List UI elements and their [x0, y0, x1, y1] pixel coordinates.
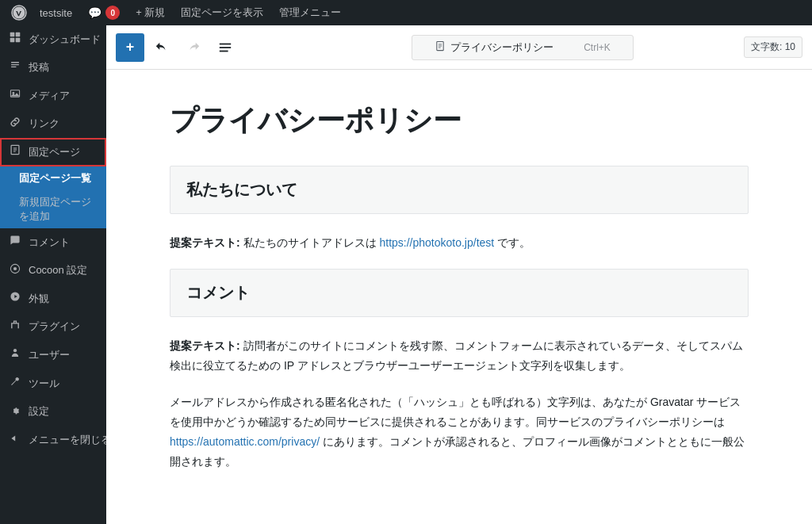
site-url-link[interactable]: https://photokoto.jp/test	[379, 236, 494, 249]
cocoon-icon	[10, 263, 22, 279]
svg-rect-4	[16, 38, 21, 43]
svg-rect-1	[10, 33, 15, 37]
sidebar-item-dashboard[interactable]: ダッシュボード	[0, 25, 106, 54]
paragraph-block-comments-2[interactable]: メールアドレスから作成される匿名化された（「ハッシュ」とも呼ばれる）文字列は、あ…	[170, 392, 749, 472]
svg-rect-15	[220, 47, 231, 48]
paragraph-about-text-1: 私たちのサイトアドレスは	[243, 236, 380, 249]
show-fixed-page[interactable]: 固定ページを表示	[173, 0, 271, 25]
paragraph-block-comments-1[interactable]: 提案テキスト: 訪問者がこのサイトにコメントを残す際、コメントフォームに表示され…	[170, 336, 749, 376]
fixed-pages-icon	[10, 144, 22, 160]
comment-count-item[interactable]: 💬 0	[80, 0, 128, 25]
paragraph-about-text-2: です。	[497, 236, 530, 249]
sidebar-label-fixed-pages: 固定ページ	[29, 145, 80, 159]
sidebar-label-settings: 設定	[29, 404, 49, 419]
users-icon	[10, 347, 22, 363]
sidebar: ダッシュボード 投稿 メディア リンク	[0, 25, 106, 524]
sidebar-label-appearance: 外観	[29, 292, 49, 306]
sidebar-item-tools[interactable]: ツール	[0, 369, 106, 398]
sidebar-item-collapse[interactable]: メニューを閉じる	[0, 426, 106, 454]
dashboard-icon	[10, 32, 22, 48]
sidebar-label-users: ユーザー	[29, 348, 70, 362]
add-block-button[interactable]: +	[116, 33, 144, 62]
toolbar-shortcut: Ctrl+K	[584, 42, 611, 53]
editor-area: + プライバシーポリシー Ctrl+K 文字数: 10	[106, 25, 812, 524]
paragraph-comments-text-1: 訪問者がこのサイトにコメントを残す際、コメントフォームに表示されているデータ、そ…	[170, 339, 743, 372]
sidebar-label-tools: ツール	[29, 377, 59, 391]
editor-toolbar: + プライバシーポリシー Ctrl+K 文字数: 10	[106, 25, 812, 70]
undo-button[interactable]	[147, 33, 176, 62]
sidebar-label-dashboard: ダッシュボード	[29, 33, 101, 47]
editor-content[interactable]: プライバシーポリシー 私たちについて 提案テキスト: 私たちのサイトアドレスは …	[106, 70, 812, 524]
sidebar-label-comments: コメント	[29, 235, 70, 250]
sidebar-item-plugins[interactable]: プラグイン	[0, 313, 106, 342]
document-overview-button[interactable]	[211, 33, 239, 62]
heading-block-comments[interactable]: コメント	[170, 269, 749, 317]
posts-icon	[10, 60, 22, 76]
page-document-icon	[435, 40, 446, 54]
proposal-text-label-1: 提案テキスト:	[170, 236, 240, 249]
sidebar-label-plugins: プラグイン	[29, 319, 80, 334]
wp-logo[interactable]	[6, 0, 32, 25]
admin-bar: testsite 💬 0 + 新規 固定ページを表示 管理メニュー	[0, 0, 812, 25]
svg-point-13	[13, 349, 17, 352]
plugins-icon	[10, 319, 22, 335]
sidebar-item-cocoon[interactable]: Cocoon 設定	[0, 257, 106, 285]
paragraph-block-about[interactable]: 提案テキスト: 私たちのサイトアドレスは https://photokoto.j…	[170, 233, 749, 253]
sidebar-item-media[interactable]: メディア	[0, 82, 106, 110]
comment-count-badge: 0	[105, 6, 120, 20]
sidebar-label-links: リンク	[29, 117, 59, 131]
media-icon	[10, 88, 22, 104]
sidebar-label-cocoon: Cocoon 設定	[29, 263, 87, 277]
svg-rect-3	[10, 38, 15, 43]
sidebar-item-links[interactable]: リンク	[0, 110, 106, 139]
site-name[interactable]: testsite	[32, 0, 80, 25]
sidebar-item-comments[interactable]: コメント	[0, 228, 106, 257]
sidebar-item-settings[interactable]: 設定	[0, 398, 106, 426]
tools-icon	[10, 376, 22, 392]
toolbar-page-selector[interactable]: プライバシーポリシー Ctrl+K	[412, 35, 634, 60]
sidebar-subitem-add-page[interactable]: 新規固定ページを追加	[0, 190, 106, 228]
settings-icon	[10, 404, 22, 420]
sidebar-item-posts[interactable]: 投稿	[0, 54, 106, 82]
heading-about: 私たちについて	[186, 179, 732, 201]
sidebar-label-posts: 投稿	[29, 60, 49, 75]
word-count: 文字数: 10	[744, 36, 802, 58]
sidebar-subitem-page-list[interactable]: 固定ページ一覧	[0, 166, 106, 190]
sidebar-item-fixed-pages[interactable]: 固定ページ	[0, 138, 106, 166]
sidebar-item-appearance[interactable]: 外観	[0, 285, 106, 313]
paragraph-gravatar-text-1: メールアドレスから作成される匿名化された（「ハッシュ」とも呼ばれる）文字列は、あ…	[170, 396, 741, 428]
admin-menu[interactable]: 管理メニュー	[271, 0, 349, 25]
redo-button[interactable]	[179, 33, 208, 62]
proposal-text-label-2: 提案テキスト:	[170, 339, 240, 352]
toolbar-page-title: プライバシーポリシー	[450, 40, 553, 55]
sidebar-label-collapse: メニューを閉じる	[29, 433, 106, 447]
comment-icon: 💬	[88, 6, 102, 19]
heading-comments: コメント	[186, 282, 732, 304]
links-icon	[10, 117, 22, 132]
automattic-link[interactable]: https://automattic.com/privacy/	[170, 435, 320, 448]
svg-rect-16	[220, 50, 228, 52]
sidebar-item-users[interactable]: ユーザー	[0, 341, 106, 369]
sidebar-label-media: メディア	[29, 89, 70, 103]
heading-block-about[interactable]: 私たちについて	[170, 166, 749, 214]
new-item[interactable]: + 新規	[128, 0, 173, 25]
main-container: ダッシュボード 投稿 メディア リンク	[0, 25, 812, 524]
svg-rect-2	[16, 33, 21, 37]
svg-rect-14	[220, 43, 231, 44]
appearance-icon	[10, 291, 22, 307]
page-title[interactable]: プライバシーポリシー	[170, 101, 749, 140]
svg-point-12	[13, 266, 17, 270]
comments-icon	[10, 235, 22, 251]
collapse-icon	[10, 432, 22, 448]
